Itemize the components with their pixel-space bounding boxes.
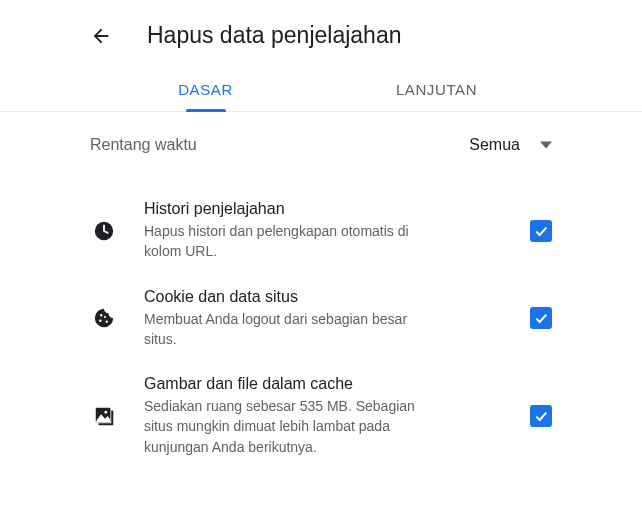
svg-point-4	[104, 316, 106, 318]
svg-point-2	[99, 320, 101, 322]
time-range-select[interactable]: Semua	[469, 136, 552, 154]
cookie-icon	[90, 307, 118, 329]
time-range-label: Rentang waktu	[90, 136, 197, 154]
list-item-cached-images[interactable]: Gambar dan file dalam cache Sediakan rua…	[90, 355, 552, 463]
svg-point-6	[104, 411, 107, 414]
item-browsing-history-desc: Hapus histori dan pelengkapan otomatis d…	[144, 221, 424, 262]
svg-point-1	[100, 314, 102, 316]
back-arrow-icon[interactable]	[90, 25, 112, 47]
checkbox-browsing-history[interactable]	[530, 220, 552, 242]
item-cookies-desc: Membuat Anda logout dari sebagian besar …	[144, 309, 424, 350]
chevron-down-icon	[540, 139, 552, 151]
tab-basic[interactable]: DASAR	[90, 71, 321, 111]
image-icon	[90, 405, 118, 427]
list-item-browsing-history[interactable]: Histori penjelajahan Hapus histori dan p…	[90, 180, 552, 268]
tab-advanced[interactable]: LANJUTAN	[321, 71, 552, 111]
tab-bar: DASAR LANJUTAN	[0, 71, 642, 112]
time-range-value: Semua	[469, 136, 520, 154]
checkbox-cache[interactable]	[530, 405, 552, 427]
list-item-cookies[interactable]: Cookie dan data situs Membuat Anda logou…	[90, 268, 552, 356]
item-cache-desc: Sediakan ruang sebesar 535 MB. Sebagian …	[144, 396, 424, 457]
item-cookies-title: Cookie dan data situs	[144, 288, 484, 306]
page-title: Hapus data penjelajahan	[147, 22, 401, 49]
checkbox-cookies[interactable]	[530, 307, 552, 329]
svg-point-3	[106, 321, 108, 323]
item-cache-title: Gambar dan file dalam cache	[144, 375, 484, 393]
item-browsing-history-title: Histori penjelajahan	[144, 200, 484, 218]
clock-icon	[90, 220, 118, 242]
